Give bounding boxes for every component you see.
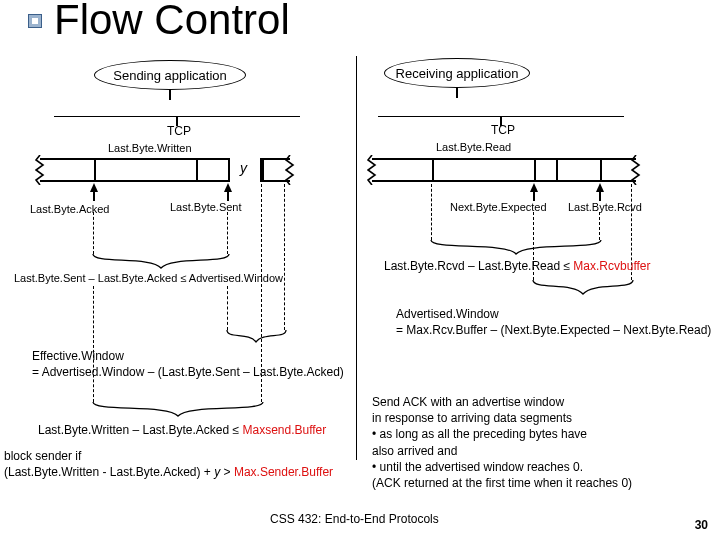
recv-ellipse-tick	[456, 88, 458, 98]
send-tear-right	[285, 155, 295, 185]
recv-div-gap-a	[556, 158, 558, 182]
dash-y-right	[261, 184, 262, 402]
page-number: 30	[695, 518, 708, 532]
brace-adv-window	[533, 280, 633, 296]
receiving-app-label: Receiving application	[396, 66, 519, 81]
recv-tear-right	[631, 155, 641, 185]
slide-title: Flow Control	[54, 0, 290, 44]
dash-rcvd-1	[599, 212, 600, 240]
slide-footer: CSS 432: End-to-End Protocols	[270, 512, 439, 526]
recv-div-read	[432, 158, 434, 182]
y-right	[262, 158, 264, 182]
tcp-left-label: TCP	[167, 124, 191, 138]
arrow-expected-stem	[533, 191, 535, 201]
tcp-right-label: TCP	[491, 123, 515, 137]
block-l1: block sender if	[4, 448, 333, 464]
block-sender-note: block sender if (Last.Byte.Written - Las…	[4, 448, 333, 480]
effective-window-formula: Effective.Window = Advertised.Window – (…	[32, 348, 344, 380]
adv-window-l2: = Max.Rcv.Buffer – (Next.Byte.Expected –…	[396, 322, 711, 338]
arrow-rcvd-stem	[599, 191, 601, 201]
eff-window-l1: Effective.Window	[32, 348, 344, 364]
diagram-divider	[356, 56, 357, 460]
block-l2-post: >	[220, 465, 234, 479]
y-label: y	[240, 160, 247, 176]
last-byte-sent-label: Last.Byte.Sent	[170, 201, 242, 213]
dash-acked-3	[93, 286, 94, 402]
ack-text: Send ACK with an advertise window in res…	[372, 395, 632, 490]
dash-sent-1	[227, 212, 228, 254]
right-ineq: Last.Byte.Rcvd – Last.Byte.Read ≤ Max.Rc…	[384, 258, 651, 274]
dash-read-1	[431, 184, 432, 240]
recv-div-rcvd	[600, 158, 602, 182]
send-div-written	[196, 158, 198, 182]
recv-div-expected	[534, 158, 536, 182]
arrow-acked-stem	[93, 191, 95, 201]
dash-acked-1	[93, 212, 94, 254]
left-ineq-b-pre: Last.Byte.Written – Last.Byte.Acked ≤	[38, 423, 242, 437]
dash-sent-2	[227, 286, 228, 330]
last-byte-acked-label: Last.Byte.Acked	[30, 203, 110, 215]
brace-maxsend	[93, 402, 263, 418]
right-ineq-pre: Last.Byte.Rcvd – Last.Byte.Read ≤	[384, 259, 573, 273]
ack-paragraph: Send ACK with an advertise window in res…	[372, 394, 716, 491]
eff-window-l2: = Advertised.Window – (Last.Byte.Sent – …	[32, 364, 344, 380]
adv-window-l1: Advertised.Window	[396, 306, 711, 322]
left-ineq-a: Last.Byte.Sent – Last.Byte.Acked ≤ Adver…	[14, 272, 283, 284]
left-ineq-b: Last.Byte.Written – Last.Byte.Acked ≤ Ma…	[38, 422, 326, 438]
send-div-acked	[94, 158, 96, 182]
sending-app-label: Sending application	[113, 68, 226, 83]
send-tear-left	[35, 155, 45, 185]
receiving-app-ellipse: Receiving application	[384, 58, 530, 88]
brace-right-1	[431, 240, 601, 256]
slide-bullet-icon	[28, 14, 42, 28]
brace-effective-window	[227, 330, 286, 344]
recv-tear-left	[367, 155, 377, 185]
arrow-sent-stem	[227, 191, 229, 201]
advertised-window-formula: Advertised.Window = Max.Rcv.Buffer – (Ne…	[396, 306, 711, 338]
sending-app-ellipse: Sending application	[94, 60, 246, 90]
right-ineq-red: Max.Rcvbuffer	[573, 259, 650, 273]
brace-left-1	[93, 254, 229, 270]
left-ineq-b-red: Maxsend.Buffer	[242, 423, 326, 437]
dash-sendbuf-end	[284, 184, 285, 330]
last-byte-read-label: Last.Byte.Read	[436, 141, 511, 153]
recv-buffer	[372, 158, 636, 182]
block-l2-red: Max.Sender.Buffer	[234, 465, 333, 479]
block-l2-pre: (Last.Byte.Written - Last.Byte.Acked) +	[4, 465, 214, 479]
last-byte-written-label: Last.Byte.Written	[108, 142, 192, 154]
send-ellipse-tick	[169, 90, 171, 100]
